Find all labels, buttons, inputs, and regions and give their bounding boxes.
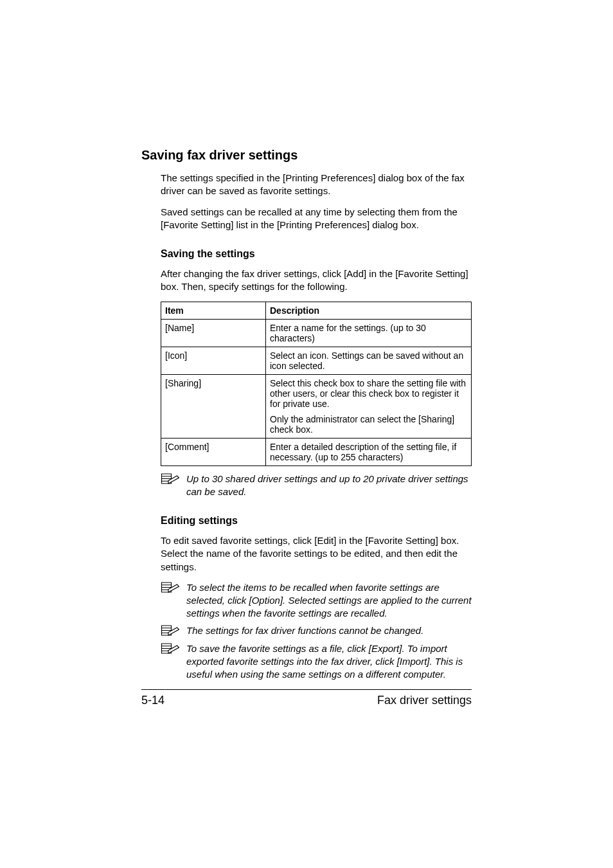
cell-desc-line: Select this check box to share the setti… — [270, 378, 467, 409]
footer-divider — [141, 689, 472, 690]
saving-paragraph: After changing the fax driver settings, … — [161, 267, 472, 294]
cell-desc: Enter a detailed description of the sett… — [266, 438, 472, 466]
intro-paragraph-2: Saved settings can be recalled at any ti… — [161, 206, 472, 232]
note-export: To save the favorite settings as a file,… — [161, 642, 472, 682]
footer-section-title: Fax driver settings — [377, 694, 472, 707]
note-recall: To select the items to be recalled when … — [161, 581, 472, 620]
cell-item: [Icon] — [161, 347, 266, 374]
settings-table: Item Description [Name] Enter a name for… — [161, 302, 472, 466]
note-text: The settings for fax driver functions ca… — [186, 624, 423, 637]
table-row: [Comment] Enter a detailed description o… — [161, 438, 472, 466]
editing-paragraph: To edit saved favorite settings, click [… — [161, 534, 472, 574]
note-text: To select the items to be recalled when … — [186, 581, 472, 620]
note-icon — [161, 581, 182, 595]
cell-item: [Comment] — [161, 438, 266, 466]
page-title: Saving fax driver settings — [141, 148, 472, 163]
table-row: [Name] Enter a name for the settings. (u… — [161, 319, 472, 347]
note-icon — [161, 624, 182, 638]
table-row: [Sharing] Select this check box to share… — [161, 374, 472, 438]
note-icon — [161, 473, 182, 487]
note-cannot-change: The settings for fax driver functions ca… — [161, 624, 472, 638]
cell-desc: Enter a name for the settings. (up to 30… — [266, 319, 472, 347]
table-header-item: Item — [161, 302, 266, 319]
table-row: [Icon] Select an icon. Settings can be s… — [161, 347, 472, 374]
note-icon — [161, 642, 182, 656]
note-text: To save the favorite settings as a file,… — [186, 642, 472, 682]
saving-heading: Saving the settings — [161, 248, 472, 260]
footer-page-number: 5-14 — [141, 694, 164, 707]
editing-heading: Editing settings — [161, 515, 472, 527]
footer: 5-14 Fax driver settings — [141, 689, 472, 707]
note-limit: Up to 30 shared driver settings and up t… — [161, 473, 472, 499]
cell-desc-line: Only the administrator can select the [S… — [270, 414, 467, 435]
cell-item: [Name] — [161, 319, 266, 347]
cell-item: [Sharing] — [161, 374, 266, 438]
intro-paragraph-1: The settings specified in the [Printing … — [161, 172, 472, 198]
table-header-description: Description — [266, 302, 472, 319]
note-text: Up to 30 shared driver settings and up t… — [186, 473, 472, 499]
cell-desc: Select this check box to share the setti… — [266, 374, 472, 438]
cell-desc: Select an icon. Settings can be saved wi… — [266, 347, 472, 374]
